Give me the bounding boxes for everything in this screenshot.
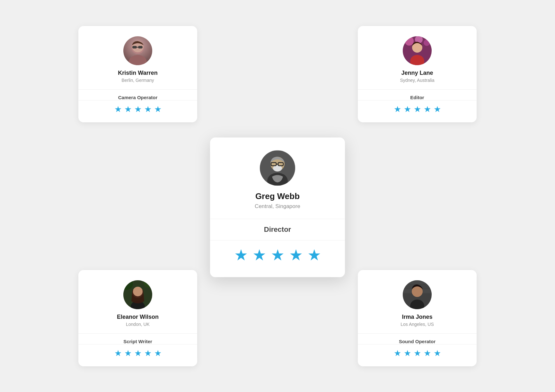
star-1: ★ — [234, 248, 248, 263]
star-4: ★ — [289, 248, 303, 263]
person-location: Sydney, Australia — [395, 78, 439, 83]
divider — [78, 333, 197, 334]
person-name: Jenny Lane — [396, 70, 438, 76]
star-5: ★ — [154, 349, 162, 357]
divider — [78, 89, 197, 90]
rating-stars: ★ ★ ★ ★ ★ — [109, 349, 167, 357]
divider — [358, 333, 477, 334]
person-role: Script Writer — [118, 339, 157, 344]
star-5: ★ — [434, 349, 441, 357]
star-1: ★ — [394, 105, 401, 113]
divider — [358, 344, 477, 344]
divider — [210, 219, 345, 219]
star-2: ★ — [404, 349, 411, 357]
card-kristin-warren[interactable]: Kristin Warren Berlin, Germany Camera Op… — [78, 26, 197, 122]
person-location: Central, Singapore — [250, 203, 305, 210]
person-name: Irma Jones — [397, 314, 437, 320]
star-3: ★ — [134, 349, 142, 357]
avatar — [403, 280, 432, 309]
person-role: Editor — [405, 95, 429, 100]
svg-point-9 — [424, 39, 430, 46]
person-name: Kristin Warren — [113, 70, 163, 76]
star-4: ★ — [424, 349, 431, 357]
avatar — [403, 36, 432, 65]
star-4: ★ — [424, 105, 431, 113]
star-2: ★ — [124, 105, 132, 113]
svg-rect-3 — [132, 46, 137, 48]
rating-stars: ★ ★ ★ ★ ★ — [229, 248, 326, 263]
avatar — [123, 36, 152, 65]
rating-stars: ★ ★ ★ ★ ★ — [389, 349, 446, 357]
svg-rect-4 — [138, 46, 143, 48]
star-3: ★ — [414, 105, 421, 113]
card-irma-jones[interactable]: Irma Jones Los Angeles, US Sound Operato… — [358, 270, 477, 366]
star-4: ★ — [144, 349, 152, 357]
profile-cards-scene: Kristin Warren Berlin, Germany Camera Op… — [69, 20, 486, 373]
star-1: ★ — [114, 349, 122, 357]
star-3: ★ — [414, 349, 421, 357]
person-role: Camera Operator — [113, 95, 163, 100]
divider — [78, 100, 197, 100]
svg-point-1 — [129, 55, 147, 65]
person-name: Eleanor Wilson — [112, 314, 164, 320]
divider — [78, 344, 197, 344]
person-role: Director — [259, 225, 296, 234]
star-5: ★ — [434, 105, 441, 113]
star-5: ★ — [307, 248, 321, 263]
card-eleanor-wilson[interactable]: Eleanor Wilson London, UK Script Writer … — [78, 270, 197, 366]
person-name: Greg Webb — [250, 191, 305, 201]
svg-point-7 — [405, 37, 414, 46]
card-greg-webb[interactable]: Greg Webb Central, Singapore Director ★ … — [210, 137, 345, 277]
svg-point-17 — [133, 287, 143, 296]
card-jenny-lane[interactable]: Jenny Lane Sydney, Australia Editor ★ ★ … — [358, 26, 477, 122]
star-3: ★ — [134, 105, 142, 113]
star-2: ★ — [404, 105, 411, 113]
avatar — [260, 150, 295, 186]
divider — [358, 89, 477, 90]
star-4: ★ — [144, 105, 152, 113]
person-location: London, UK — [121, 322, 155, 327]
divider — [210, 240, 345, 240]
rating-stars: ★ ★ ★ ★ ★ — [389, 105, 446, 113]
avatar — [123, 280, 152, 309]
star-1: ★ — [114, 105, 122, 113]
star-1: ★ — [394, 349, 401, 357]
person-role: Sound Operator — [394, 339, 441, 344]
star-5: ★ — [154, 105, 162, 113]
star-2: ★ — [252, 248, 266, 263]
person-location: Los Angeles, US — [395, 322, 439, 327]
star-2: ★ — [124, 349, 132, 357]
svg-rect-19 — [403, 280, 432, 284]
rating-stars: ★ ★ ★ ★ ★ — [109, 105, 167, 113]
star-3: ★ — [271, 248, 285, 263]
person-location: Berlin, Germany — [116, 78, 159, 83]
divider — [358, 100, 477, 100]
